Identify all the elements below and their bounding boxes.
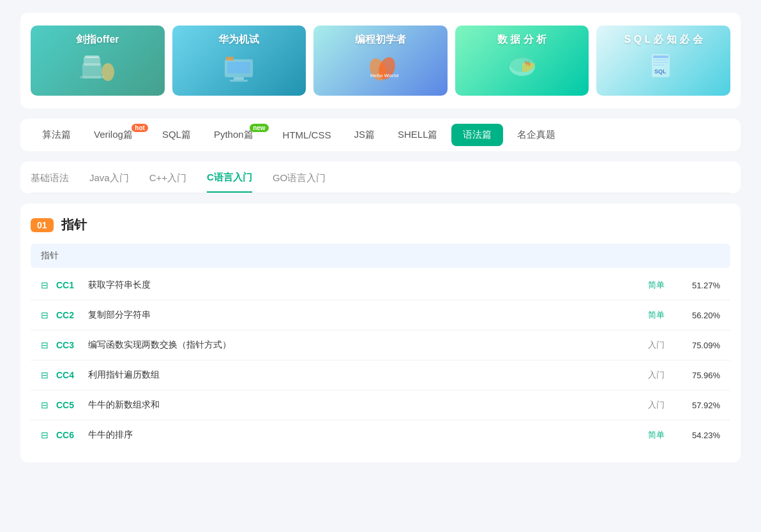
problem-row[interactable]: ⊟ CC2 复制部分字符串 简单 56.20% <box>31 300 730 330</box>
section-number: 01 <box>31 218 54 232</box>
banner-card-jianzhi-icon <box>77 44 118 91</box>
banner-card-beginner[interactable]: 编程初学者 Hello World <box>313 26 448 96</box>
banner-card-beginner-title: 编程初学者 <box>313 33 448 47</box>
problem-rate-cc5: 57.92% <box>675 401 720 410</box>
problem-code-cc4: CC4 <box>56 370 88 380</box>
svg-rect-8 <box>230 80 248 82</box>
banner-card-dataanalysis-title: 数 据 分 析 <box>455 33 589 47</box>
problem-row[interactable]: ⊟ CC1 获取字符串长度 简单 51.27% <box>31 270 730 300</box>
tab-verilog[interactable]: Verilog篇 hot <box>82 119 151 151</box>
svg-rect-2 <box>85 55 99 58</box>
banner-card-jianzhi-title: 剑指offer <box>31 33 165 47</box>
problem-difficulty-cc1: 简单 <box>637 279 675 291</box>
problem-title-cc6: 牛牛的排序 <box>88 429 637 441</box>
svg-rect-9 <box>226 57 234 61</box>
svg-rect-20 <box>653 64 665 66</box>
problem-rate-cc4: 75.96% <box>675 371 720 380</box>
problem-row[interactable]: ⊟ CC4 利用指针遍历数组 入门 75.96% <box>31 360 730 390</box>
sub-tabs: 基础语法 Java入门 C++入门 C语言入门 GO语言入门 <box>31 161 730 193</box>
problem-rate-cc1: 51.27% <box>675 281 720 290</box>
problem-row[interactable]: ⊟ CC5 牛牛的新数组求和 入门 57.92% <box>31 390 730 420</box>
banner-card-dataanalysis[interactable]: 数 据 分 析 % <box>455 26 589 96</box>
sub-tab-java[interactable]: Java入门 <box>89 172 129 192</box>
problem-difficulty-cc2: 简单 <box>637 309 675 321</box>
banner-card-sql-icon: SQL <box>643 44 684 91</box>
problem-code-cc3: CC3 <box>56 340 88 350</box>
banner-section: 剑指offer 华为机试 <box>20 13 741 108</box>
tab-htmlcss[interactable]: HTML/CSS <box>271 119 343 151</box>
banner-card-huawei[interactable]: 华为机试 <box>172 26 306 96</box>
svg-rect-4 <box>80 76 104 78</box>
problem-difficulty-cc4: 入门 <box>637 369 675 381</box>
problem-rate-cc6: 54.23% <box>675 431 720 440</box>
problem-list: ⊟ CC1 获取字符串长度 简单 51.27% ⊟ CC2 复制部分字符串 简单… <box>31 270 730 450</box>
svg-rect-7 <box>234 77 244 80</box>
svg-point-3 <box>102 63 114 81</box>
svg-text:Hello World: Hello World <box>370 73 398 78</box>
banner-cards: 剑指offer 华为机试 <box>31 26 730 96</box>
problem-row[interactable]: ⊟ CC6 牛牛的排序 简单 54.23% <box>31 420 730 450</box>
problem-icon-cc3: ⊟ <box>41 340 49 350</box>
problem-icon-cc4: ⊟ <box>41 370 49 380</box>
banner-card-huawei-title: 华为机试 <box>172 33 306 47</box>
problem-icon-cc5: ⊟ <box>41 400 49 410</box>
section-title: 指针 <box>61 216 87 233</box>
sub-section: 基础语法 Java入门 C++入门 C语言入门 GO语言入门 <box>20 161 741 193</box>
banner-card-dataanalysis-icon: % <box>502 44 543 91</box>
tab-yufa[interactable]: 语法篇 <box>451 124 503 146</box>
topic-tabs: 算法篇 Verilog篇 hot SQL篇 Python篇 new HTML/C… <box>31 119 730 151</box>
problem-difficulty-cc5: 入门 <box>637 399 675 411</box>
problem-icon-cc6: ⊟ <box>41 430 49 440</box>
problem-code-cc2: CC2 <box>56 310 88 320</box>
sub-tab-jichuyufa[interactable]: 基础语法 <box>31 172 69 192</box>
problem-icon-cc2: ⊟ <box>41 310 49 320</box>
section-heading: 01 指针 <box>31 216 730 233</box>
sub-tab-clang[interactable]: C语言入门 <box>207 172 252 193</box>
problem-title-cc5: 牛牛的新数组求和 <box>88 399 637 411</box>
svg-rect-19 <box>653 62 668 63</box>
svg-text:%: % <box>525 60 531 67</box>
problem-rate-cc3: 75.09% <box>675 341 720 350</box>
banner-card-sql-title: S Q L 必 知 必 会 <box>596 33 730 47</box>
banner-card-beginner-icon: Hello World <box>360 44 401 91</box>
sub-tab-go[interactable]: GO语言入门 <box>273 172 326 192</box>
tab-mingqi[interactable]: 名企真题 <box>506 119 567 151</box>
problem-group-header: 指针 <box>31 244 730 268</box>
svg-rect-17 <box>653 55 668 58</box>
problem-icon-cc1: ⊟ <box>41 280 49 290</box>
tab-shell[interactable]: SHELL篇 <box>386 119 449 151</box>
problem-title-cc3: 编写函数实现两数交换（指针方式） <box>88 339 637 351</box>
svg-rect-6 <box>227 62 250 73</box>
banner-card-huawei-icon <box>218 44 259 91</box>
sub-tabs-divider <box>31 193 730 193</box>
problem-title-cc1: 获取字符串长度 <box>88 279 637 291</box>
sub-tab-cpp[interactable]: C++入门 <box>149 172 186 192</box>
problem-difficulty-cc6: 简单 <box>637 429 675 441</box>
svg-rect-18 <box>653 59 668 61</box>
problem-row[interactable]: ⊟ CC3 编写函数实现两数交换（指针方式） 入门 75.09% <box>31 330 730 360</box>
hot-badge: hot <box>132 124 148 132</box>
content-section: 01 指针 指针 ⊟ CC1 获取字符串长度 简单 51.27% ⊟ CC2 复… <box>20 203 741 462</box>
problem-rate-cc2: 56.20% <box>675 311 720 320</box>
topic-section: 算法篇 Verilog篇 hot SQL篇 Python篇 new HTML/C… <box>20 119 741 151</box>
problem-code-cc6: CC6 <box>56 430 88 440</box>
new-badge: new <box>250 124 268 132</box>
svg-rect-1 <box>84 57 100 66</box>
problem-difficulty-cc3: 入门 <box>637 339 675 351</box>
banner-card-sql[interactable]: S Q L 必 知 必 会 SQL <box>596 26 730 96</box>
tab-sql[interactable]: SQL篇 <box>151 119 202 151</box>
tab-suanfa[interactable]: 算法篇 <box>31 119 82 151</box>
banner-card-jianzhi[interactable]: 剑指offer <box>31 26 165 96</box>
problem-code-cc5: CC5 <box>56 400 88 410</box>
problem-title-cc2: 复制部分字符串 <box>88 309 637 321</box>
tab-js[interactable]: JS篇 <box>342 119 386 151</box>
problem-title-cc4: 利用指针遍历数组 <box>88 369 637 381</box>
problem-code-cc1: CC1 <box>56 280 88 290</box>
tab-python[interactable]: Python篇 new <box>202 119 271 151</box>
svg-text:SQL: SQL <box>654 68 667 75</box>
